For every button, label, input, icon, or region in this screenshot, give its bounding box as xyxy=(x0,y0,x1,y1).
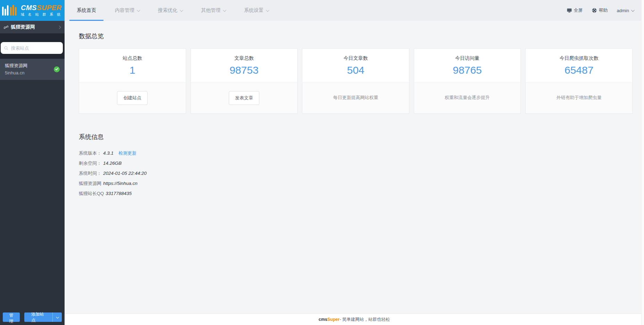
card-value: 1 xyxy=(129,65,135,76)
card-title: 站点总数 xyxy=(123,55,142,62)
check-update-link[interactable]: 检测更新 xyxy=(118,150,136,156)
card-value: 504 xyxy=(347,65,364,76)
info-value: 3317788435 xyxy=(106,191,132,196)
card-title: 今日爬虫抓取次数 xyxy=(560,55,599,62)
info-row-site-url: 狐狸资源网 https://5inhua.cn xyxy=(79,178,633,188)
footer-tagline: - 简单建网站，站群也轻松 xyxy=(340,317,390,323)
logo: CMSSUPER 域 名 站 群 系 统 xyxy=(0,0,65,21)
info-value: 14.26GB xyxy=(103,161,122,166)
info-value: 4.3.1 xyxy=(103,151,114,156)
tab-seo[interactable]: 搜索优化 xyxy=(149,0,192,21)
site-active-check-icon xyxy=(54,66,60,72)
user-menu[interactable]: admin xyxy=(617,8,634,13)
main-nav: 系统首页 内容管理 搜索优化 其他管理 系统设置 xyxy=(67,0,278,21)
info-label: 系统版本： xyxy=(79,150,101,156)
overview-title: 数据总览 xyxy=(79,32,633,40)
tab-content-management[interactable]: 内容管理 xyxy=(106,0,149,21)
card-value: 98765 xyxy=(453,65,482,76)
info-label: 狐狸资源网 xyxy=(79,180,101,187)
chevron-down-icon xyxy=(631,8,635,12)
manage-button[interactable]: 管理 xyxy=(3,312,20,322)
logo-bars-icon xyxy=(2,4,18,17)
info-row-version: 系统版本： 4.3.1 检测更新 xyxy=(79,148,633,158)
main-content: 数据总览 站点总数 1 创建站点 文章总数 98753 发表文章 今日文章数 5… xyxy=(65,21,644,314)
card-value: 98753 xyxy=(229,65,258,76)
tab-other-management[interactable]: 其他管理 xyxy=(192,0,235,21)
chevron-down-icon xyxy=(137,8,140,12)
card-note: 外链有助于增加爬虫量 xyxy=(557,95,602,101)
sidebar-footer: 管理 添加站点 xyxy=(0,312,65,325)
system-info-title: 系统信息 xyxy=(79,133,633,141)
search-icon xyxy=(4,46,8,50)
add-site-button[interactable]: 添加站点 xyxy=(24,312,62,322)
card-note: 每日更新提高网站权重 xyxy=(333,95,378,101)
search-box xyxy=(1,42,63,54)
card-note: 权重和流量会逐步提升 xyxy=(445,95,490,101)
card-title: 今日访问量 xyxy=(455,55,479,62)
info-value: 2024-01-05 22:44:20 xyxy=(103,171,147,176)
username: admin xyxy=(617,8,629,13)
brand-subtitle: 域 名 站 群 系 统 xyxy=(21,12,62,17)
info-row-disk: 剩余空间： 14.26GB xyxy=(79,158,633,168)
card-value: 65487 xyxy=(564,65,593,76)
info-label: 狐狸站长QQ xyxy=(79,190,104,197)
create-site-button[interactable]: 创建站点 xyxy=(117,91,148,105)
help-button[interactable]: 帮助 xyxy=(592,7,608,14)
footer-brand-super: Super xyxy=(327,317,340,322)
topbar-actions: 全屏 帮助 admin xyxy=(567,0,644,21)
chevron-down-icon xyxy=(266,8,269,12)
card-title: 文章总数 xyxy=(234,55,254,62)
card-total-articles: 文章总数 98753 发表文章 xyxy=(191,48,298,114)
footer-brand-cms: cms xyxy=(319,317,327,322)
card-title: 今日文章数 xyxy=(343,55,368,62)
current-site-name: 狐狸资源网 xyxy=(11,24,35,30)
info-row-time: 系统时间： 2024-01-05 22:44:20 xyxy=(79,168,633,178)
current-site-switcher[interactable]: 狐狸资源网 xyxy=(0,21,65,34)
card-total-sites: 站点总数 1 创建站点 xyxy=(79,48,186,114)
card-today-articles: 今日文章数 504 每日更新提高网站权重 xyxy=(302,48,409,114)
brand-name: CMSSUPER xyxy=(21,4,62,11)
fullscreen-button[interactable]: 全屏 xyxy=(567,7,583,14)
tab-system-settings[interactable]: 系统设置 xyxy=(235,0,278,21)
chevron-down-icon xyxy=(56,316,59,318)
publish-article-button[interactable]: 发表文章 xyxy=(229,91,259,105)
chevron-right-icon xyxy=(58,25,61,29)
site-item-domain: 5inhua.cn xyxy=(5,70,27,76)
tab-home[interactable]: 系统首页 xyxy=(67,0,106,21)
add-site-dropdown-toggle[interactable] xyxy=(52,312,62,322)
system-info-section: 系统信息 系统版本： 4.3.1 检测更新 剩余空间： 14.26GB 系统时间… xyxy=(79,133,633,198)
topbar: CMSSUPER 域 名 站 群 系 统 系统首页 内容管理 搜索优化 其他管理… xyxy=(0,0,644,21)
page-footer: cmsSuper - 简单建网站，站群也轻松 xyxy=(65,314,644,325)
info-row-qq: 狐狸站长QQ 3317788435 xyxy=(79,188,633,198)
site-list-item[interactable]: 狐狸资源网 5inhua.cn xyxy=(0,59,65,80)
link-icon xyxy=(4,25,8,30)
monitor-icon xyxy=(567,8,572,13)
scrollbar[interactable] xyxy=(641,0,644,325)
card-today-visits: 今日访问量 98765 权重和流量会逐步提升 xyxy=(414,48,521,114)
info-value: https://5inhua.cn xyxy=(103,181,137,186)
sidebar: 狐狸资源网 狐狸资源网 5inhua.cn 管理 添加站点 xyxy=(0,21,65,325)
search-input[interactable] xyxy=(11,46,59,51)
card-today-crawls: 今日爬虫抓取次数 65487 外链有助于增加爬虫量 xyxy=(525,48,633,114)
chevron-down-icon xyxy=(180,8,183,12)
help-circle-icon xyxy=(592,8,597,13)
stat-cards: 站点总数 1 创建站点 文章总数 98753 发表文章 今日文章数 504 每日… xyxy=(79,48,633,114)
chevron-down-icon xyxy=(223,8,226,12)
site-search-area xyxy=(0,34,65,59)
info-label: 剩余空间： xyxy=(79,160,101,166)
info-label: 系统时间： xyxy=(79,170,101,177)
site-item-name: 狐狸资源网 xyxy=(5,63,27,68)
